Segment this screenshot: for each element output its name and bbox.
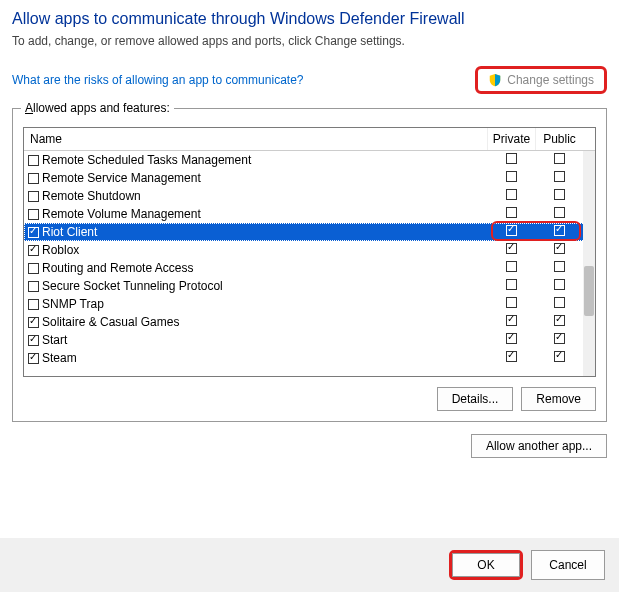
private-checkbox[interactable] [506, 297, 517, 308]
public-checkbox[interactable] [554, 297, 565, 308]
table-row[interactable]: Remote Shutdown [24, 187, 595, 205]
private-checkbox[interactable] [506, 279, 517, 290]
ok-highlight: OK [449, 550, 523, 580]
private-checkbox[interactable] [506, 351, 517, 362]
private-checkbox[interactable] [506, 171, 517, 182]
table-row[interactable]: Riot Client [24, 223, 595, 241]
public-checkbox[interactable] [554, 171, 565, 182]
private-checkbox[interactable] [506, 243, 517, 254]
table-header: Name Private Public [24, 128, 595, 151]
table-body: Remote Scheduled Tasks ManagementRemote … [24, 151, 595, 376]
risks-link[interactable]: What are the risks of allowing an app to… [12, 73, 303, 87]
app-enabled-checkbox[interactable] [28, 227, 39, 238]
change-settings-button[interactable]: Change settings [475, 66, 607, 94]
details-button[interactable]: Details... [437, 387, 514, 411]
private-checkbox[interactable] [506, 315, 517, 326]
app-name: Riot Client [42, 225, 97, 239]
ok-button[interactable]: OK [452, 553, 520, 577]
table-row[interactable]: Remote Scheduled Tasks Management [24, 151, 595, 169]
app-enabled-checkbox[interactable] [28, 263, 39, 274]
public-checkbox[interactable] [554, 333, 565, 344]
table-row[interactable]: Solitaire & Casual Games [24, 313, 595, 331]
app-enabled-checkbox[interactable] [28, 245, 39, 256]
app-enabled-checkbox[interactable] [28, 299, 39, 310]
col-private[interactable]: Private [487, 128, 535, 150]
public-checkbox[interactable] [554, 351, 565, 362]
app-enabled-checkbox[interactable] [28, 173, 39, 184]
app-name: Remote Volume Management [42, 207, 201, 221]
app-name: Remote Service Management [42, 171, 201, 185]
app-name: Solitaire & Casual Games [42, 315, 179, 329]
public-checkbox[interactable] [554, 279, 565, 290]
public-checkbox[interactable] [554, 225, 565, 236]
group-label: AAllowed apps and features:llowed apps a… [21, 101, 174, 115]
private-checkbox[interactable] [506, 207, 517, 218]
app-name: SNMP Trap [42, 297, 104, 311]
app-name: Secure Socket Tunneling Protocol [42, 279, 223, 293]
app-enabled-checkbox[interactable] [28, 155, 39, 166]
app-name: Remote Shutdown [42, 189, 141, 203]
dialog-footer: OK Cancel [0, 538, 619, 592]
allowed-apps-group: AAllowed apps and features:llowed apps a… [12, 108, 607, 422]
private-checkbox[interactable] [506, 189, 517, 200]
remove-button[interactable]: Remove [521, 387, 596, 411]
app-enabled-checkbox[interactable] [28, 353, 39, 364]
table-row[interactable]: Remote Volume Management [24, 205, 595, 223]
apps-table: Name Private Public Remote Scheduled Tas… [23, 127, 596, 377]
scrollbar[interactable] [583, 151, 595, 376]
col-name[interactable]: Name [24, 128, 487, 150]
col-public[interactable]: Public [535, 128, 583, 150]
public-checkbox[interactable] [554, 261, 565, 272]
public-checkbox[interactable] [554, 243, 565, 254]
table-row[interactable]: Secure Socket Tunneling Protocol [24, 277, 595, 295]
table-row[interactable]: Remote Service Management [24, 169, 595, 187]
table-row[interactable]: Start [24, 331, 595, 349]
cancel-button[interactable]: Cancel [531, 550, 605, 580]
app-name: Start [42, 333, 67, 347]
app-enabled-checkbox[interactable] [28, 317, 39, 328]
app-enabled-checkbox[interactable] [28, 335, 39, 346]
public-checkbox[interactable] [554, 153, 565, 164]
app-enabled-checkbox[interactable] [28, 209, 39, 220]
change-settings-label: Change settings [507, 73, 594, 87]
public-checkbox[interactable] [554, 207, 565, 218]
private-checkbox[interactable] [506, 153, 517, 164]
private-checkbox[interactable] [506, 261, 517, 272]
app-name: Remote Scheduled Tasks Management [42, 153, 251, 167]
app-enabled-checkbox[interactable] [28, 191, 39, 202]
table-row[interactable]: SNMP Trap [24, 295, 595, 313]
private-checkbox[interactable] [506, 225, 517, 236]
app-name: Roblox [42, 243, 79, 257]
private-checkbox[interactable] [506, 333, 517, 344]
allow-another-app-button[interactable]: Allow another app... [471, 434, 607, 458]
app-name: Routing and Remote Access [42, 261, 193, 275]
table-row[interactable]: Roblox [24, 241, 595, 259]
scroll-thumb[interactable] [584, 266, 594, 316]
shield-icon [488, 73, 502, 87]
app-enabled-checkbox[interactable] [28, 281, 39, 292]
page-title: Allow apps to communicate through Window… [12, 10, 607, 28]
public-checkbox[interactable] [554, 189, 565, 200]
table-row[interactable]: Steam [24, 349, 595, 367]
app-name: Steam [42, 351, 77, 365]
page-subtitle: To add, change, or remove allowed apps a… [12, 34, 607, 48]
table-row[interactable]: Routing and Remote Access [24, 259, 595, 277]
public-checkbox[interactable] [554, 315, 565, 326]
